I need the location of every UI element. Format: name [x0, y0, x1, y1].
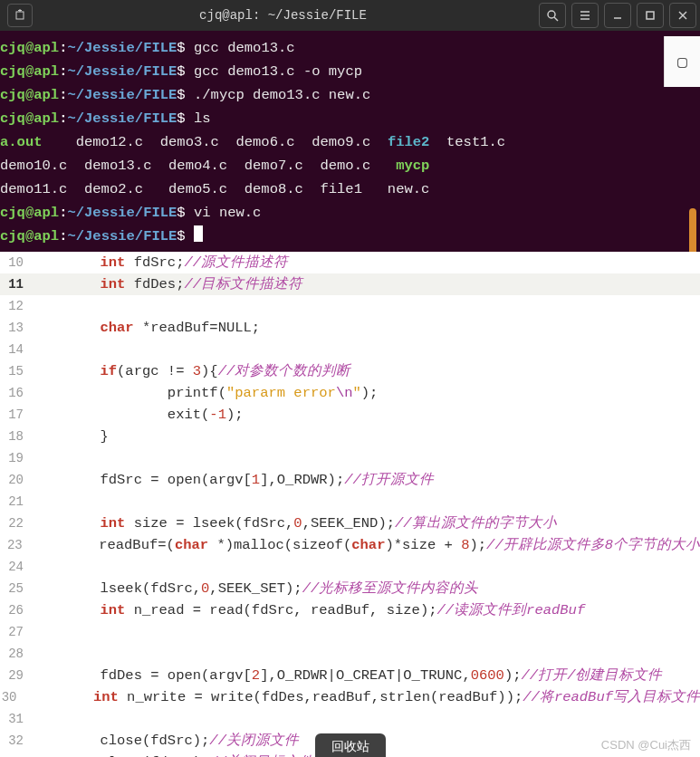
code-text	[33, 621, 700, 643]
code-text	[33, 339, 700, 360]
ls-output-row: demo11.c demo2.c demo5.c demo8.c file1 n…	[0, 177, 700, 201]
code-line[interactable]: 19	[0, 447, 700, 469]
svg-rect-9	[647, 12, 654, 19]
code-line[interactable]: 29 fdDes = open(argv[2],O_RDWR|O_CREAT|O…	[0, 665, 700, 686]
code-text: int fdDes;//目标文件描述符	[33, 273, 700, 295]
menu-button[interactable]	[571, 3, 599, 28]
svg-point-3	[548, 11, 555, 18]
line-number: 13	[0, 317, 33, 339]
code-text: lseek(fdSrc,0,SEEK_SET);//光标移至源文件内容的头	[33, 578, 700, 599]
line-number: 28	[0, 643, 33, 665]
line-number: 14	[0, 339, 33, 360]
code-line[interactable]: 25 lseek(fdSrc,0,SEEK_SET);//光标移至源文件内容的头	[0, 578, 700, 599]
line-number: 30	[0, 686, 25, 708]
right-panel-icon[interactable]: ▢	[664, 36, 700, 87]
terminal-line: cjq@apl:~/Jessie/FILE$	[0, 225, 700, 248]
line-number: 19	[0, 447, 33, 469]
code-text: fdSrc = open(argv[1],O_RDWR);//打开源文件	[33, 469, 700, 491]
terminal-cursor	[194, 225, 203, 242]
code-line[interactable]: 16 printf("pararm error\n");	[0, 382, 700, 404]
svg-rect-0	[16, 12, 24, 19]
code-text: if(argc != 3){//对参数个数的判断	[33, 360, 700, 382]
line-number: 22	[0, 513, 33, 534]
line-number: 10	[0, 252, 33, 273]
code-line[interactable]: 26 int n_read = read(fdSrc, readBuf, siz…	[0, 599, 700, 621]
terminal-line: cjq@apl:~/Jessie/FILE$ gcc demo13.c	[0, 36, 700, 60]
code-line[interactable]: 18 }	[0, 426, 700, 447]
code-line[interactable]: 12	[0, 295, 700, 317]
code-text: int n_read = read(fdSrc, readBuf, size);…	[33, 599, 700, 621]
code-line[interactable]: 10 int fdSrc;//源文件描述符	[0, 252, 700, 273]
code-line[interactable]: 13 char *readBuf=NULL;	[0, 317, 700, 339]
code-text	[33, 295, 700, 317]
code-text: }	[33, 426, 700, 447]
line-number: 33	[0, 752, 33, 757]
code-line[interactable]: 11 int fdDes;//目标文件描述符	[0, 273, 700, 295]
svg-line-4	[554, 17, 558, 21]
line-number: 32	[0, 730, 33, 752]
terminal-line: cjq@apl:~/Jessie/FILE$ vi new.c	[0, 201, 700, 225]
close-button[interactable]	[669, 3, 696, 28]
line-number: 12	[0, 295, 33, 317]
line-number: 31	[0, 708, 33, 730]
terminal-line: cjq@apl:~/Jessie/FILE$ ls	[0, 107, 700, 130]
terminal-line: cjq@apl:~/Jessie/FILE$ gcc demo13.c -o m…	[0, 60, 700, 83]
line-number: 29	[0, 665, 33, 686]
code-text: readBuf=(char *)malloc(sizeof(char)*size…	[32, 534, 700, 556]
code-text: fdDes = open(argv[2],O_RDWR|O_CREAT|O_TR…	[33, 665, 700, 686]
line-number: 11	[0, 273, 33, 295]
code-line[interactable]: 30 int n_write = write(fdDes,readBuf,str…	[0, 686, 700, 708]
window-title: cjq@apl: ~/Jessie/FILE	[33, 8, 533, 23]
code-text	[33, 643, 700, 665]
code-line[interactable]: 22 int size = lseek(fdSrc,0,SEEK_END);//…	[0, 513, 700, 534]
code-line[interactable]: 27	[0, 621, 700, 643]
code-line[interactable]: 24	[0, 556, 700, 578]
line-number: 20	[0, 469, 33, 491]
code-text: printf("pararm error\n");	[33, 382, 700, 404]
code-text	[33, 447, 700, 469]
terminal-pane[interactable]: cjq@apl:~/Jessie/FILE$ gcc demo13.c cjq@…	[0, 31, 700, 252]
code-line[interactable]: 31	[0, 708, 700, 730]
line-number: 21	[0, 491, 33, 513]
line-number: 16	[0, 382, 33, 404]
line-number: 18	[0, 426, 33, 447]
code-line[interactable]: 23 readBuf=(char *)malloc(sizeof(char)*s…	[0, 534, 700, 556]
search-button[interactable]	[539, 3, 566, 28]
code-line[interactable]: 17 exit(-1);	[0, 404, 700, 426]
ls-output-row: a.out demo12.c demo3.c demo6.c demo9.c f…	[0, 130, 700, 154]
line-number: 17	[0, 404, 33, 426]
line-number: 15	[0, 360, 33, 382]
code-text: int n_write = write(fdDes,readBuf,strlen…	[25, 686, 700, 708]
code-text	[33, 491, 700, 513]
window-titlebar: cjq@apl: ~/Jessie/FILE	[0, 0, 700, 31]
code-line[interactable]: 21	[0, 491, 700, 513]
code-line[interactable]: 15 if(argc != 3){//对参数个数的判断	[0, 360, 700, 382]
code-text: int size = lseek(fdSrc,0,SEEK_END);//算出源…	[33, 513, 700, 534]
line-number: 25	[0, 578, 33, 599]
code-editor[interactable]: 10 int fdSrc;//源文件描述符11 int fdDes;//目标文件…	[0, 252, 700, 757]
code-text: char *readBuf=NULL;	[33, 317, 700, 339]
ls-output-row: demo10.c demo13.c demo4.c demo7.c demo.c…	[0, 154, 700, 177]
line-number: 23	[0, 534, 32, 556]
code-text: exit(-1);	[33, 404, 700, 426]
terminal-line: cjq@apl:~/Jessie/FILE$ ./mycp demo13.c n…	[0, 83, 700, 107]
code-line[interactable]: 14	[0, 339, 700, 360]
line-number: 27	[0, 621, 33, 643]
minimize-button[interactable]	[604, 3, 631, 28]
code-line[interactable]: 28	[0, 643, 700, 665]
line-number: 26	[0, 599, 33, 621]
maximize-button[interactable]	[637, 3, 664, 28]
line-number: 24	[0, 556, 33, 578]
bottom-pill[interactable]: 回收站	[315, 733, 386, 757]
code-text: int fdSrc;//源文件描述符	[33, 252, 700, 273]
code-text	[33, 556, 700, 578]
code-text	[33, 708, 700, 730]
code-line[interactable]: 20 fdSrc = open(argv[1],O_RDWR);//打开源文件	[0, 469, 700, 491]
watermark-text: CSDN @Cui杰西	[601, 737, 691, 753]
new-tab-button[interactable]	[7, 4, 33, 27]
